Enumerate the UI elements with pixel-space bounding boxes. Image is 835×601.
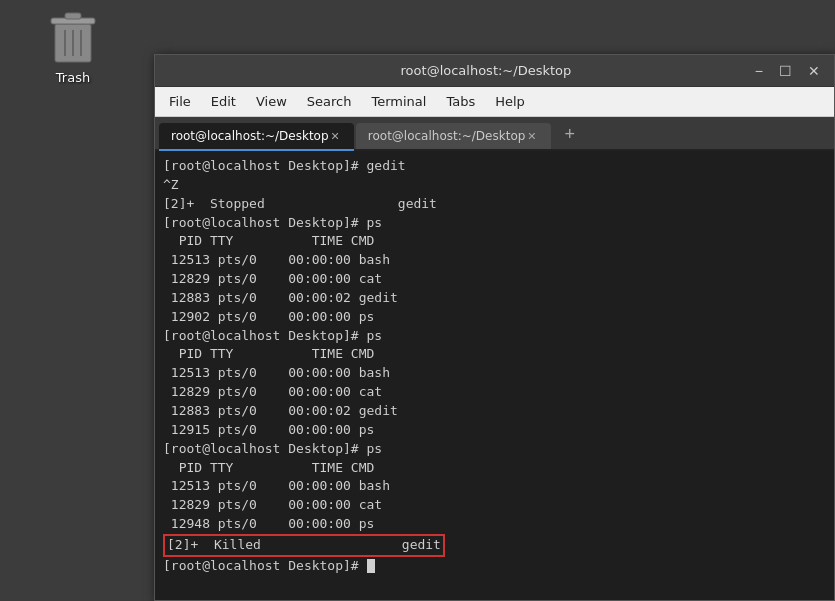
terminal-line: 12915 pts/0 00:00:00 ps	[163, 421, 826, 440]
desktop: Trash root@localhost:~/Desktop − ☐ ✕ Fil…	[0, 0, 835, 601]
terminal-line: 12513 pts/0 00:00:00 bash	[163, 477, 826, 496]
terminal-line: 12513 pts/0 00:00:00 bash	[163, 251, 826, 270]
terminal-line: 12948 pts/0 00:00:00 ps	[163, 515, 826, 534]
trash-icon-svg	[47, 8, 99, 66]
cursor	[367, 559, 375, 573]
tab-2-label: root@localhost:~/Desktop	[368, 129, 526, 143]
menu-tabs[interactable]: Tabs	[436, 90, 485, 113]
terminal-line: 12829 pts/0 00:00:00 cat	[163, 270, 826, 289]
tab-2[interactable]: root@localhost:~/Desktop ✕	[356, 123, 551, 149]
terminal-line: PID TTY TIME CMD	[163, 345, 826, 364]
menu-help[interactable]: Help	[485, 90, 535, 113]
new-tab-button[interactable]: +	[557, 120, 584, 149]
menu-terminal[interactable]: Terminal	[361, 90, 436, 113]
menu-edit[interactable]: Edit	[201, 90, 246, 113]
menu-bar: File Edit View Search Terminal Tabs Help	[155, 87, 834, 117]
title-bar-controls: − ☐ ✕	[749, 61, 826, 81]
tab-1-close[interactable]: ✕	[329, 130, 342, 143]
tab-bar: root@localhost:~/Desktop ✕ root@localhos…	[155, 117, 834, 151]
terminal-line: [root@localhost Desktop]# ps	[163, 327, 826, 346]
menu-view[interactable]: View	[246, 90, 297, 113]
close-button[interactable]: ✕	[802, 61, 826, 81]
menu-file[interactable]: File	[159, 90, 201, 113]
terminal-line: [root@localhost Desktop]# gedit	[163, 157, 826, 176]
terminal-line: 12829 pts/0 00:00:00 cat	[163, 383, 826, 402]
tab-2-close[interactable]: ✕	[525, 130, 538, 143]
title-bar-text: root@localhost:~/Desktop	[223, 63, 749, 78]
terminal-line: [root@localhost Desktop]# ps	[163, 440, 826, 459]
killed-line: [2]+ Killed gedit	[163, 534, 445, 557]
terminal-line: [root@localhost Desktop]# ps	[163, 214, 826, 233]
terminal-line: PID TTY TIME CMD	[163, 232, 826, 251]
terminal-line: 12883 pts/0 00:00:02 gedit	[163, 289, 826, 308]
maximize-button[interactable]: ☐	[773, 61, 798, 81]
menu-search[interactable]: Search	[297, 90, 362, 113]
trash-icon[interactable]: Trash	[28, 8, 118, 85]
minimize-button[interactable]: −	[749, 61, 769, 81]
title-bar: root@localhost:~/Desktop − ☐ ✕	[155, 55, 834, 87]
terminal-line: 12829 pts/0 00:00:00 cat	[163, 496, 826, 515]
tab-1-label: root@localhost:~/Desktop	[171, 129, 329, 143]
tab-1[interactable]: root@localhost:~/Desktop ✕	[159, 123, 354, 149]
terminal-line: ^Z	[163, 176, 826, 195]
terminal-line: [2]+ Killed gedit	[163, 534, 826, 557]
trash-label: Trash	[56, 70, 90, 85]
terminal-line: [root@localhost Desktop]#	[163, 557, 826, 576]
terminal-content[interactable]: [root@localhost Desktop]# gedit^Z[2]+ St…	[155, 151, 834, 600]
terminal-line: [2]+ Stopped gedit	[163, 195, 826, 214]
terminal-line: 12902 pts/0 00:00:00 ps	[163, 308, 826, 327]
terminal-window: root@localhost:~/Desktop − ☐ ✕ File Edit…	[154, 54, 835, 601]
terminal-line: 12883 pts/0 00:00:02 gedit	[163, 402, 826, 421]
svg-rect-5	[65, 13, 81, 19]
terminal-line: 12513 pts/0 00:00:00 bash	[163, 364, 826, 383]
terminal-line: PID TTY TIME CMD	[163, 459, 826, 478]
